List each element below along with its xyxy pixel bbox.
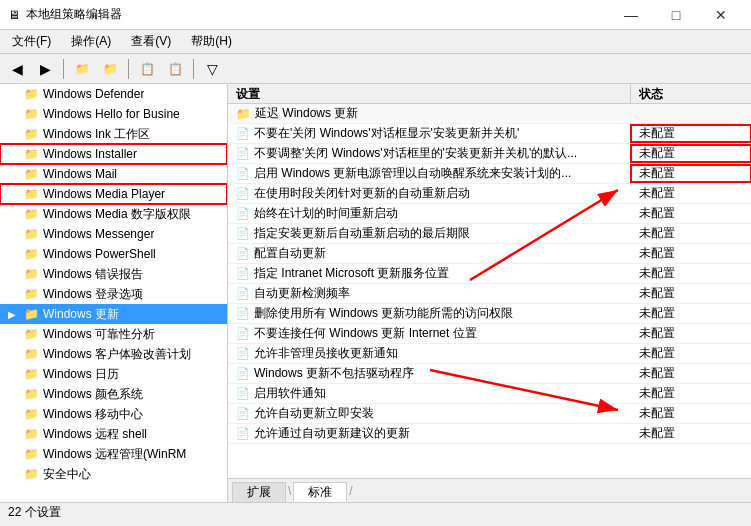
tree-item[interactable]: 📁Windows 远程管理(WinRM [0,444,227,464]
tree-expand-arrow[interactable]: ▶ [8,309,24,320]
setting-row[interactable]: 📄 自动更新检测频率未配置 [228,284,751,304]
page-icon: 📄 [236,207,250,220]
setting-name: 📄 指定安装更新后自动重新启动的最后期限 [228,225,631,242]
setting-row[interactable]: 📄 启用 Windows 更新电源管理以自动唤醒系统来安装计划的...未配置 [228,164,751,184]
page-icon: 📄 [236,347,250,360]
filter-button[interactable]: ▽ [199,57,225,81]
setting-status: 未配置 [631,145,751,162]
setting-status: 未配置 [631,185,751,202]
setting-status: 未配置 [631,365,751,382]
page-icon: 📄 [236,287,250,300]
setting-row[interactable]: 📄 允许非管理员接收更新通知未配置 [228,344,751,364]
setting-status: 未配置 [631,205,751,222]
page-icon: 📄 [236,267,250,280]
folder-icon: 📁 [24,147,39,161]
status-text: 22 个设置 [8,504,61,521]
toolbar-separator-1 [63,59,64,79]
tree-item[interactable]: 📁Windows 日历 [0,364,227,384]
minimize-button[interactable]: — [609,1,653,29]
setting-row[interactable]: 📄 启用软件通知未配置 [228,384,751,404]
setting-row[interactable]: 📄 指定安装更新后自动重新启动的最后期限未配置 [228,224,751,244]
tree-item[interactable]: 📁Windows 可靠性分析 [0,324,227,344]
title-bar: 🖥 本地组策略编辑器 — □ ✕ [0,0,751,30]
tree-item[interactable]: 📁Windows Defender [0,84,227,104]
tree-item[interactable]: 📁Windows 颜色系统 [0,384,227,404]
forward-button[interactable]: ▶ [32,57,58,81]
folder-icon: 📁 [24,247,39,261]
toolbar-btn-1[interactable]: 📁 [69,57,95,81]
setting-name: 📄 允许通过自动更新建议的更新 [228,425,631,442]
setting-name: 📄 删除使用所有 Windows 更新功能所需的访问权限 [228,305,631,322]
setting-name: 📄 不要连接任何 Windows 更新 Internet 位置 [228,325,631,342]
toolbar-btn-3[interactable]: 📋 [134,57,160,81]
setting-status: 未配置 [631,225,751,242]
title-bar-controls: — □ ✕ [609,1,743,29]
setting-row[interactable]: 📄 不要在'关闭 Windows'对话框显示'安装更新并关机'未配置 [228,124,751,144]
setting-row[interactable]: 📄 指定 Intranet Microsoft 更新服务位置未配置 [228,264,751,284]
folder-icon: 📁 [236,107,251,121]
tree-item[interactable]: 📁Windows Messenger [0,224,227,244]
setting-row[interactable]: 📄 不要连接任何 Windows 更新 Internet 位置未配置 [228,324,751,344]
tree-item[interactable]: 📁Windows Media 数字版权限 [0,204,227,224]
page-icon: 📄 [236,127,250,140]
back-button[interactable]: ◀ [4,57,30,81]
setting-row[interactable]: 📄 Windows 更新不包括驱动程序未配置 [228,364,751,384]
folder-icon: 📁 [24,447,39,461]
setting-name: 📁 延迟 Windows 更新 [228,105,631,122]
tree-item[interactable]: 📁Windows PowerShell [0,244,227,264]
tab-expand[interactable]: 扩展 [232,482,286,502]
setting-name: 📄 不要在'关闭 Windows'对话框显示'安装更新并关机' [228,125,631,142]
tree-item-label: Windows 日历 [43,366,119,383]
close-button[interactable]: ✕ [699,1,743,29]
menu-bar: 文件(F) 操作(A) 查看(V) 帮助(H) [0,30,751,54]
menu-help[interactable]: 帮助(H) [183,31,240,52]
tree-item-label: Windows 客户体验改善计划 [43,346,191,363]
tree-item[interactable]: 📁Windows 客户体验改善计划 [0,344,227,364]
window-container: 🖥 本地组策略编辑器 — □ ✕ 文件(F) 操作(A) 查看(V) 帮助(H)… [0,0,751,522]
tree-item[interactable]: 📁Windows 登录选项 [0,284,227,304]
tree-item[interactable]: 📁Windows Ink 工作区 [0,124,227,144]
tree-item[interactable]: 📁Windows Installer [0,144,227,164]
setting-row[interactable]: 📄 删除使用所有 Windows 更新功能所需的访问权限未配置 [228,304,751,324]
setting-row[interactable]: 📄 配置自动更新未配置 [228,244,751,264]
setting-status: 未配置 [631,345,751,362]
right-panel: 设置 状态 📁 延迟 Windows 更新📄 不要在'关闭 Windows'对话… [228,84,751,502]
setting-row[interactable]: 📄 在使用时段关闭针对更新的自动重新启动未配置 [228,184,751,204]
setting-row[interactable]: 📄 允许自动更新立即安装未配置 [228,404,751,424]
tab-standard[interactable]: 标准 [293,482,347,502]
setting-row[interactable]: 📄 不要调整'关闭 Windows'对话框里的'安装更新并关机'的默认...未配… [228,144,751,164]
menu-action[interactable]: 操作(A) [63,31,119,52]
tree-item-label: Windows Ink 工作区 [43,126,150,143]
page-icon: 📄 [236,167,250,180]
toolbar-btn-4[interactable]: 📋 [162,57,188,81]
tree-item[interactable]: 📁Windows Media Player [0,184,227,204]
tree-item[interactable]: 📁Windows Mail [0,164,227,184]
tree-item[interactable]: 📁Windows 远程 shell [0,424,227,444]
tree-item[interactable]: 📁Windows 错误报告 [0,264,227,284]
header-status-label: 状态 [631,84,751,103]
tree-item[interactable]: ▶📁Windows 更新 [0,304,227,324]
setting-row[interactable]: 📄 始终在计划的时间重新启动未配置 [228,204,751,224]
maximize-button[interactable]: □ [654,1,698,29]
toolbar-btn-2[interactable]: 📁 [97,57,123,81]
tree-item-label: Windows 错误报告 [43,266,143,283]
setting-status: 未配置 [631,405,751,422]
page-icon: 📄 [236,327,250,340]
setting-name: 📄 自动更新检测频率 [228,285,631,302]
tree-item[interactable]: 📁Windows Hello for Busine [0,104,227,124]
folder-icon: 📁 [24,227,39,241]
menu-file[interactable]: 文件(F) [4,31,59,52]
page-icon: 📄 [236,147,250,160]
menu-view[interactable]: 查看(V) [123,31,179,52]
setting-status: 未配置 [631,265,751,282]
folder-icon: 📁 [24,427,39,441]
tree-item[interactable]: 📁安全中心 [0,464,227,484]
app-icon: 🖥 [8,8,20,22]
folder-icon: 📁 [24,287,39,301]
page-icon: 📄 [236,227,250,240]
setting-row[interactable]: 📄 允许通过自动更新建议的更新未配置 [228,424,751,444]
tree-item-label: Windows Installer [43,147,137,161]
tree-item[interactable]: 📁Windows 移动中心 [0,404,227,424]
main-content: 📁Windows Defender 📁Windows Hello for Bus… [0,84,751,502]
folder-icon: 📁 [24,107,39,121]
